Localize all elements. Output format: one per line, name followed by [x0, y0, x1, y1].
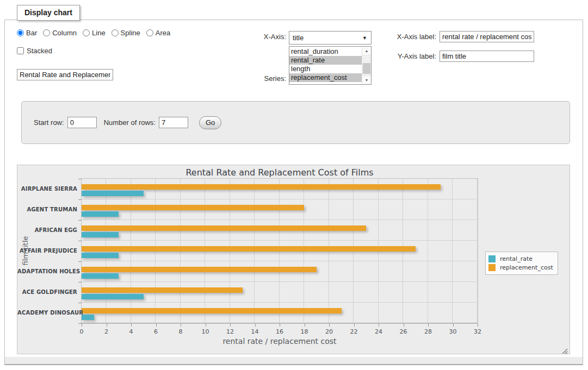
x-tick-label: 8	[179, 328, 183, 335]
scroll-up-icon[interactable]: ▲	[362, 47, 371, 55]
category-label: AFFAIR PREJUDICE	[17, 248, 77, 254]
bar-replacement_cost	[82, 267, 317, 272]
chart-type-radio-group: BarColumnLineSplineArea	[17, 29, 170, 37]
radio-label: Line	[92, 29, 106, 37]
stacked-label: Stacked	[27, 47, 52, 55]
series-option-length[interactable]: length	[289, 65, 362, 73]
series-options: rental_durationrental_ratelengthreplacem…	[289, 47, 362, 82]
category-label: AGENT TRUMAN	[17, 206, 77, 212]
category-label: AIRPLANE SIERRA	[17, 186, 77, 192]
category-label: AFRICAN EGG	[17, 227, 77, 233]
bar-replacement_cost	[82, 287, 243, 293]
x-tick	[329, 324, 330, 327]
scroll-down-icon[interactable]: ▼	[362, 76, 371, 84]
x-tick	[82, 324, 82, 327]
x-tick-label: 28	[424, 328, 432, 335]
x-axis-title: rental rate / replacement cost	[82, 337, 478, 346]
x-tick	[156, 324, 157, 327]
radio-bar[interactable]	[17, 29, 24, 36]
y-axis-label-label: Y-Axis label:	[380, 52, 436, 60]
x-tick-label: 12	[226, 328, 234, 335]
scrollbar-thumb[interactable]	[363, 63, 370, 74]
bar-rental_rate	[82, 191, 144, 196]
x-tick	[379, 324, 379, 327]
number-of-rows-input[interactable]	[159, 117, 188, 128]
chart-type-radio-area[interactable]: Area	[146, 29, 170, 37]
scrollbar[interactable]: ▲ ▼	[362, 47, 371, 84]
series-multiselect[interactable]: rental_durationrental_ratelengthreplacem…	[289, 46, 372, 85]
y-tick	[78, 220, 82, 221]
stacked-checkbox-row[interactable]: Stacked	[17, 47, 52, 55]
y-tick	[78, 179, 82, 179]
legend-item: rental_rate	[488, 255, 553, 262]
go-button[interactable]: Go	[199, 116, 221, 129]
category-label: ACE GOLDFINGER	[17, 289, 77, 295]
legend-swatch-rental-rate	[488, 255, 496, 262]
x-axis-selected-value: title	[293, 34, 304, 42]
x-tick	[255, 324, 256, 327]
x-tick-label: 6	[154, 328, 158, 335]
radio-column[interactable]	[43, 29, 50, 36]
series-option-replacement_cost[interactable]: replacement_cost	[289, 73, 362, 82]
x-tick-label: 2	[104, 328, 108, 335]
legend-label: rental_rate	[500, 255, 533, 262]
chevron-down-icon: ▼	[362, 32, 367, 45]
radio-area[interactable]	[146, 29, 153, 36]
chart-type-radio-spline[interactable]: Spline	[112, 29, 140, 37]
radio-line[interactable]	[83, 29, 90, 36]
category-label: ADAPTATION HOLES	[17, 268, 77, 274]
series-option-rental_rate[interactable]: rental_rate	[289, 56, 362, 65]
x-tick-label: 26	[400, 328, 407, 335]
x-tick-label: 24	[375, 328, 382, 335]
radio-label: Bar	[26, 29, 37, 37]
x-tick	[404, 324, 404, 327]
x-tick-label: 4	[129, 328, 133, 335]
chart-type-radio-bar[interactable]: Bar	[17, 29, 37, 37]
x-axis-label-input[interactable]	[440, 31, 534, 42]
legend-swatch-replacement-cost	[488, 264, 496, 271]
x-tick	[478, 324, 478, 327]
series-option-rental_duration[interactable]: rental_duration	[289, 47, 362, 56]
radio-spline[interactable]	[112, 29, 119, 36]
series-list-label: Series:	[244, 74, 286, 83]
x-tick	[354, 324, 355, 327]
bar-rental_rate	[82, 232, 119, 237]
x-tick	[107, 324, 107, 327]
x-tick	[230, 324, 231, 327]
chart-title-input[interactable]	[17, 69, 113, 80]
category-label: ACADEMY DINOSAUR	[17, 310, 77, 316]
bar-rental_rate	[82, 273, 119, 279]
x-tick-label: 30	[449, 328, 457, 335]
chart-panel: Rental Rate and Replacement Cost of Film…	[17, 165, 570, 354]
fieldset-legend: Display chart	[17, 5, 80, 21]
x-tick-label: 10	[202, 328, 209, 335]
x-tick	[181, 324, 181, 327]
bar-replacement_cost	[82, 246, 416, 252]
legend-label: replacement_cost	[500, 264, 553, 271]
resize-handle-icon[interactable]	[562, 346, 568, 352]
x-tick	[305, 324, 305, 327]
x-tick-label: 32	[474, 328, 481, 335]
bar-replacement_cost	[82, 308, 342, 313]
y-tick	[78, 303, 82, 303]
y-tick	[78, 199, 82, 200]
rows-panel: Start row: Number of rows: Go	[21, 101, 570, 144]
y-tick	[78, 261, 82, 262]
x-axis-label-label: X-Axis label:	[380, 33, 436, 41]
footer-strip	[5, 357, 583, 364]
bar-rental_rate	[82, 211, 119, 217]
x-tick	[428, 324, 429, 327]
radio-label: Spline	[121, 29, 140, 37]
x-tick-label: 18	[301, 328, 308, 335]
start-row-input[interactable]	[67, 117, 97, 128]
chart-type-radio-line[interactable]: Line	[83, 29, 106, 37]
chart-type-radio-column[interactable]: Column	[43, 29, 77, 37]
legend-item: replacement_cost	[488, 264, 553, 271]
y-tick	[78, 282, 82, 283]
x-axis-select[interactable]: title ▼	[289, 31, 372, 45]
number-of-rows-label: Number of rows:	[104, 118, 156, 127]
x-axis-select-label: X-Axis:	[244, 33, 286, 41]
stacked-checkbox[interactable]	[17, 47, 24, 54]
y-axis-label-input[interactable]	[440, 51, 534, 62]
x-tick-label: 0	[80, 328, 84, 335]
